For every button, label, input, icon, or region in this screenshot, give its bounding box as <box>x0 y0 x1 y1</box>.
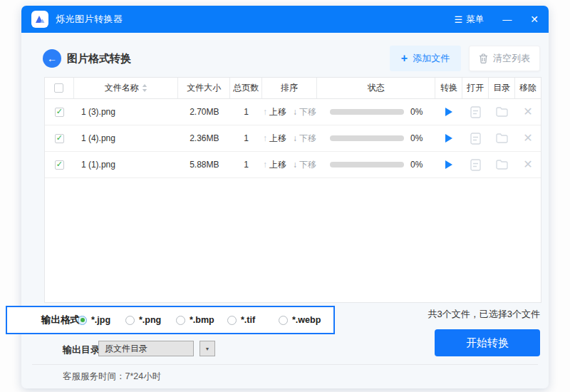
titlebar: 烁光图片转换器 ☰ 菜单 — ✕ <box>21 6 549 33</box>
file-name: 1 (1).png <box>74 160 179 170</box>
move-up-icon: ↑ <box>263 160 267 170</box>
column-open: 打开 <box>462 78 489 98</box>
column-status: 状态 <box>317 78 436 98</box>
progress-bar <box>330 162 404 167</box>
trash-icon <box>479 53 488 63</box>
output-directory-select[interactable]: 原文件目录 <box>98 341 194 356</box>
output-format-panel: 输出格式： *.jpg *.png *.bmp *.tif *.webp <box>6 306 335 334</box>
check-icon: ✓ <box>56 108 63 115</box>
radio-webp[interactable]: *.webp <box>279 315 321 325</box>
check-icon: ✓ <box>56 134 63 142</box>
select-all-cell <box>45 78 74 98</box>
open-directory-button[interactable] <box>489 133 515 143</box>
column-convert: 转换 <box>435 78 462 98</box>
file-name: 1 (4).png <box>74 133 179 143</box>
status-cell: 0% <box>317 133 436 143</box>
page-count: 1 <box>230 133 262 143</box>
column-file-name[interactable]: 文件名称 <box>74 78 179 98</box>
row-checkbox[interactable]: ✓ <box>55 160 64 170</box>
file-size: 2.70MB <box>178 107 230 117</box>
table-row: ✓ 1 (3).png 2.70MB 1 ↑ 上移 ↓ 下移 0% <box>45 99 541 125</box>
convert-play-button[interactable] <box>445 134 452 143</box>
radio-circle-icon <box>125 316 135 325</box>
column-sort: 排序 <box>262 78 317 98</box>
radio-jpg[interactable]: *.jpg <box>78 315 110 325</box>
file-table: 文件名称 文件大小 总页数 排序 状态 转换 打开 目录 移除 <box>44 77 542 303</box>
app-title: 烁光图片转换器 <box>56 13 123 26</box>
column-file-size: 文件大小 <box>178 78 230 98</box>
move-up-button[interactable]: 上移 <box>269 159 286 171</box>
move-down-button[interactable]: 下移 <box>299 106 316 118</box>
plus-icon: + <box>401 53 408 64</box>
column-directory: 目录 <box>489 78 515 98</box>
move-down-icon: ↓ <box>293 107 297 117</box>
page-count: 1 <box>230 107 262 117</box>
table-row: ✓ 1 (4).png 2.36MB 1 ↑ 上移 ↓ 下移 0% <box>45 125 541 152</box>
move-down-icon: ↓ <box>293 133 297 143</box>
file-count-summary: 共3个文件，已选择3个文件 <box>428 308 540 321</box>
row-checkbox[interactable]: ✓ <box>55 134 64 143</box>
file-size: 5.88MB <box>178 160 230 170</box>
chevron-down-icon: ▼ <box>205 346 210 351</box>
remove-file-button[interactable]: ✕ <box>523 106 532 118</box>
sort-icon <box>142 84 147 92</box>
column-total-pages: 总页数 <box>230 78 262 98</box>
open-file-button[interactable] <box>462 159 489 171</box>
radio-bmp[interactable]: *.bmp <box>176 315 214 325</box>
move-up-icon: ↑ <box>263 133 267 143</box>
status-cell: 0% <box>317 160 436 170</box>
check-icon: ✓ <box>56 160 63 168</box>
radio-png[interactable]: *.png <box>125 315 161 325</box>
output-directory-dropdown-button[interactable]: ▼ <box>200 341 215 356</box>
move-up-button[interactable]: 上移 <box>269 133 286 145</box>
progress-bar <box>330 135 404 141</box>
move-down-button[interactable]: 下移 <box>299 159 316 171</box>
move-down-button[interactable]: 下移 <box>299 133 316 145</box>
open-directory-button[interactable] <box>489 107 515 117</box>
radio-circle-icon <box>176 316 185 325</box>
select-all-checkbox[interactable] <box>54 83 63 93</box>
row-checkbox[interactable]: ✓ <box>55 108 64 117</box>
open-file-button[interactable] <box>462 106 489 118</box>
move-up-icon: ↑ <box>263 107 267 117</box>
radio-circle-icon <box>78 316 87 325</box>
open-file-button[interactable] <box>462 133 489 145</box>
clear-list-button[interactable]: 清空列表 <box>469 46 540 71</box>
back-arrow-icon: ← <box>47 53 57 64</box>
remove-file-button[interactable]: ✕ <box>523 159 532 170</box>
start-convert-button[interactable]: 开始转换 <box>435 329 540 356</box>
progress-percent: 0% <box>410 133 423 143</box>
convert-play-button[interactable] <box>445 108 452 116</box>
back-button[interactable]: ← <box>43 49 61 68</box>
add-files-label: 添加文件 <box>413 52 450 65</box>
menu-button[interactable]: ☰ 菜单 <box>455 14 484 26</box>
remove-file-button[interactable]: ✕ <box>523 133 532 144</box>
file-size: 2.36MB <box>178 133 230 143</box>
footer-divider <box>32 364 538 365</box>
add-files-button[interactable]: + 添加文件 <box>390 46 461 71</box>
move-down-icon: ↓ <box>293 160 297 170</box>
hamburger-icon: ☰ <box>455 14 463 25</box>
table-row: ✓ 1 (1).png 5.88MB 1 ↑ 上移 ↓ 下移 0% <box>45 152 541 178</box>
close-button[interactable]: ✕ <box>530 14 539 24</box>
customer-service-hours: 客服服务时间：7*24小时 <box>63 371 161 383</box>
table-header: 文件名称 文件大小 总页数 排序 状态 转换 打开 目录 移除 <box>45 78 541 99</box>
menu-label: 菜单 <box>466 14 484 26</box>
radio-circle-icon <box>227 316 237 325</box>
progress-bar <box>330 109 404 115</box>
column-remove: 移除 <box>515 78 541 98</box>
minimize-button[interactable]: — <box>502 15 512 24</box>
progress-percent: 0% <box>410 107 423 117</box>
page-count: 1 <box>230 160 262 170</box>
status-cell: 0% <box>317 107 436 117</box>
progress-percent: 0% <box>410 160 423 170</box>
move-up-button[interactable]: 上移 <box>269 106 286 118</box>
clear-list-label: 清空列表 <box>493 52 530 65</box>
desktop-background: 烁光图片转换器 ☰ 菜单 — ✕ ← 图片格式转换 + 添加文件 <box>0 0 570 392</box>
radio-tif[interactable]: *.tif <box>227 315 255 325</box>
radio-circle-icon <box>279 316 288 325</box>
convert-play-button[interactable] <box>445 160 452 169</box>
window-controls: ☰ 菜单 — ✕ <box>455 14 539 26</box>
app-logo-icon <box>31 11 48 28</box>
open-directory-button[interactable] <box>489 160 515 170</box>
